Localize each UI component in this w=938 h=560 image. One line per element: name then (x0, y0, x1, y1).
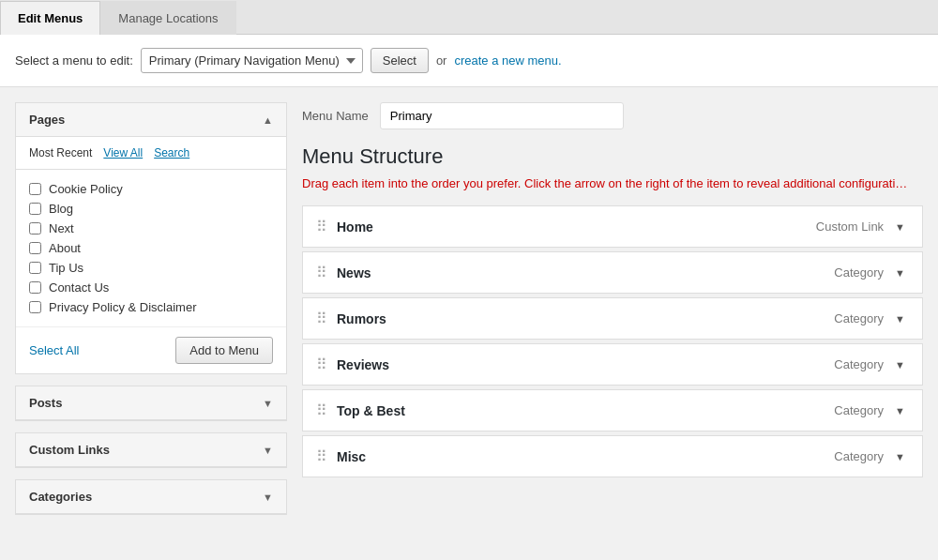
menu-name-input[interactable] (380, 102, 624, 129)
menu-item-type-news: Category (834, 265, 884, 280)
page-label-blog: Blog (49, 202, 73, 216)
select-all-link[interactable]: Select All (29, 343, 79, 357)
menu-items-container: ⠿ Home Custom Link ▼ ⠿ News Category ▼ ⠿… (302, 205, 923, 477)
menu-item-right-top-best: Category ▼ (834, 403, 909, 418)
panel-chevron-posts: ▼ (263, 398, 273, 409)
page-checkbox-privacy-policy[interactable] (29, 301, 41, 313)
menu-item-left-misc: ⠿ Misc (316, 447, 366, 465)
menu-item-misc[interactable]: ⠿ Misc Category ▼ (302, 435, 923, 477)
right-panel: Menu Name Menu Structure Drag each item … (302, 102, 923, 526)
menu-item-type-home: Custom Link (816, 219, 884, 234)
page-label-next: Next (49, 221, 74, 235)
menu-name-label: Menu Name (302, 109, 369, 123)
panel-header-custom-links[interactable]: Custom Links ▼ (16, 433, 286, 467)
tab-bar: Edit Menus Manage Locations (0, 0, 938, 35)
menu-item-chevron-rumors[interactable]: ▼ (891, 311, 909, 326)
page-item-contact-us: Contact Us (29, 278, 273, 297)
add-to-menu-button[interactable]: Add to Menu (175, 337, 273, 364)
menu-item-type-rumors: Category (834, 311, 884, 325)
menu-item-chevron-reviews[interactable]: ▼ (891, 357, 909, 372)
drag-handle-reviews[interactable]: ⠿ (316, 356, 327, 373)
menu-item-type-reviews: Category (834, 357, 884, 371)
select-button[interactable]: Select (371, 48, 429, 73)
pages-chevron-icon: ▲ (263, 114, 273, 126)
page-label-about: About (49, 241, 81, 255)
page-item-tip-us: Tip Us (29, 258, 273, 278)
drag-handle-rumors[interactable]: ⠿ (316, 310, 327, 327)
menu-item-chevron-home[interactable]: ▼ (891, 219, 909, 235)
page-checkbox-contact-us[interactable] (29, 281, 41, 294)
menu-item-reviews[interactable]: ⠿ Reviews Category ▼ (302, 343, 923, 386)
menu-item-top-best[interactable]: ⠿ Top & Best Category ▼ (302, 389, 923, 431)
menu-item-right-rumors: Category ▼ (834, 311, 909, 326)
page-label-privacy-policy: Privacy Policy & Disclaimer (49, 300, 196, 314)
pages-footer: Select All Add to Menu (16, 326, 286, 373)
left-panel: Pages ▲ Most Recent View All Search Cook… (15, 102, 287, 526)
create-new-menu-link[interactable]: create a new menu. (454, 53, 561, 68)
menu-item-right-news: Category ▼ (834, 265, 909, 280)
panel-title-custom-links: Custom Links (29, 443, 110, 457)
tab-search[interactable]: Search (154, 146, 189, 169)
select-menu-bar: Select a menu to edit: Primary (Primary … (0, 35, 938, 87)
collapsed-panels-container: Posts ▼ Custom Links ▼ Categories ▼ (15, 386, 287, 515)
page-label-contact-us: Contact Us (49, 280, 109, 295)
menu-name-row: Menu Name (302, 102, 923, 129)
drag-handle-news[interactable]: ⠿ (316, 264, 327, 281)
menu-item-left-news: ⠿ News (316, 264, 371, 281)
drag-handle-home[interactable]: ⠿ (316, 218, 327, 235)
page-item-blog: Blog (29, 199, 273, 219)
menu-item-left-top-best: ⠿ Top & Best (316, 401, 405, 419)
tab-most-recent[interactable]: Most Recent (29, 146, 92, 169)
drag-handle-misc[interactable]: ⠿ (316, 447, 327, 465)
menu-item-chevron-news[interactable]: ▼ (891, 265, 909, 280)
menu-item-left-home: ⠿ Home (316, 218, 373, 235)
page-checkbox-blog[interactable] (29, 203, 41, 215)
tab-edit-menus[interactable]: Edit Menus (0, 1, 100, 35)
menu-item-name-rumors: Rumors (337, 311, 386, 326)
page-checkbox-cookie-policy[interactable] (29, 183, 41, 195)
page-checkbox-next[interactable] (29, 222, 41, 235)
panel-posts: Posts ▼ (15, 386, 287, 421)
menu-structure-title: Menu Structure (302, 144, 923, 169)
menu-item-home[interactable]: ⠿ Home Custom Link ▼ (302, 205, 923, 248)
menu-item-left-rumors: ⠿ Rumors (316, 310, 386, 327)
page-item-cookie-policy: Cookie Policy (29, 179, 273, 199)
panel-header-posts[interactable]: Posts ▼ (16, 386, 286, 420)
menu-structure-hint: Drag each item into the order you prefer… (302, 176, 923, 190)
menu-item-right-home: Custom Link ▼ (816, 219, 909, 235)
menu-select-dropdown[interactable]: Primary (Primary Navigation Menu) (141, 48, 363, 73)
menu-item-name-top-best: Top & Best (337, 403, 405, 418)
menu-item-rumors[interactable]: ⠿ Rumors Category ▼ (302, 297, 923, 340)
pages-panel-title: Pages (29, 113, 65, 127)
menu-item-chevron-top-best[interactable]: ▼ (891, 403, 909, 418)
drag-handle-top-best[interactable]: ⠿ (316, 401, 327, 419)
page-checkbox-tip-us[interactable] (29, 262, 41, 274)
page-label-tip-us: Tip Us (49, 261, 83, 275)
menu-item-right-misc: Category ▼ (834, 449, 909, 464)
or-text: or (436, 53, 447, 68)
tab-manage-locations[interactable]: Manage Locations (100, 1, 235, 35)
pages-tabs: Most Recent View All Search (16, 137, 286, 170)
menu-item-name-news: News (337, 265, 371, 280)
panel-custom-links: Custom Links ▼ (15, 432, 287, 468)
pages-list: Cookie Policy Blog Next About Tip Us Con… (16, 170, 286, 326)
panel-title-categories: Categories (29, 490, 92, 504)
menu-item-name-home: Home (337, 219, 373, 235)
menu-item-news[interactable]: ⠿ News Category ▼ (302, 251, 923, 294)
menu-item-chevron-misc[interactable]: ▼ (891, 449, 909, 464)
tab-view-all[interactable]: View All (103, 146, 143, 169)
page-checkbox-about[interactable] (29, 242, 41, 254)
main-content: Pages ▲ Most Recent View All Search Cook… (0, 87, 938, 541)
panel-header-categories[interactable]: Categories ▼ (16, 480, 286, 514)
select-menu-label: Select a menu to edit: (15, 53, 133, 68)
menu-item-type-misc: Category (834, 449, 884, 463)
menu-item-right-reviews: Category ▼ (834, 357, 909, 372)
menu-item-name-reviews: Reviews (337, 357, 389, 372)
page-item-next: Next (29, 219, 273, 238)
pages-panel: Pages ▲ Most Recent View All Search Cook… (15, 102, 287, 374)
panel-chevron-custom-links: ▼ (263, 445, 273, 456)
panel-categories: Categories ▼ (15, 479, 287, 515)
menu-item-type-top-best: Category (834, 403, 884, 417)
pages-panel-header[interactable]: Pages ▲ (16, 103, 286, 137)
panel-chevron-categories: ▼ (263, 492, 273, 503)
